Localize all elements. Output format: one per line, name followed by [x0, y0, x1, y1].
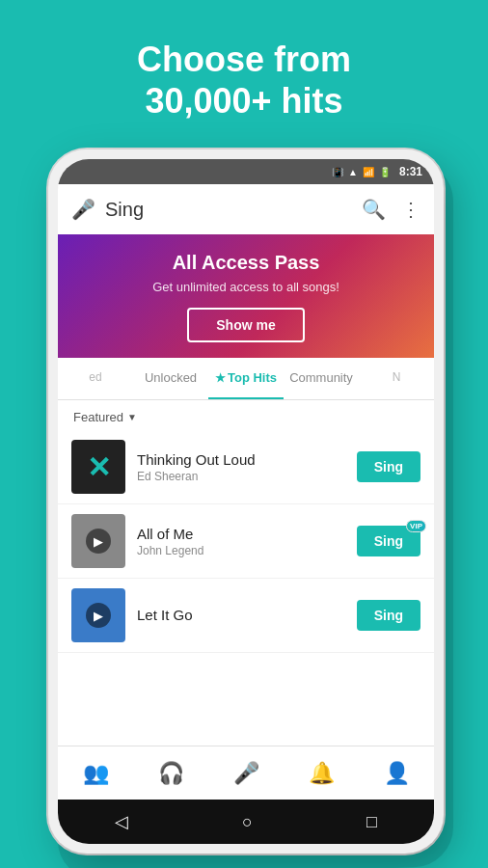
sing-button-thinking-out-loud[interactable]: Sing: [357, 451, 420, 482]
status-time: 8:31: [399, 165, 422, 178]
song-thumb-thinking-out-loud: ✕: [71, 440, 125, 494]
android-home-button[interactable]: ○: [242, 812, 253, 832]
nav-friends[interactable]: 👥: [83, 761, 109, 786]
promo-title: Choose from 30,000+ hits: [0, 39, 488, 122]
vip-badge: VIP: [406, 520, 426, 532]
status-bar: 📳 ▲ 📶 🔋 8:31: [58, 159, 434, 184]
nav-microphone[interactable]: 🎤: [233, 761, 259, 786]
phone-screen: 📳 ▲ 📶 🔋 8:31 🎤 Sing 🔍 ⋮ All Access Pass …: [58, 159, 434, 844]
wifi-icon: ▲: [348, 167, 358, 177]
promo-header: Choose from 30,000+ hits: [0, 39, 488, 122]
tab-unlocked[interactable]: Unlocked: [133, 358, 208, 399]
show-me-button[interactable]: Show me: [187, 308, 304, 342]
song-name-let-it-go: Let It Go: [137, 607, 357, 623]
song-info-let-it-go: Let It Go: [137, 607, 357, 625]
song-item-all-of-me: ▶ All of Me John Legend Sing VIP: [58, 504, 434, 579]
phone-frame: 📳 ▲ 📶 🔋 8:31 🎤 Sing 🔍 ⋮ All Access Pass …: [48, 149, 444, 854]
search-icon[interactable]: 🔍: [362, 198, 386, 221]
song-info-all-of-me: All of Me John Legend: [137, 526, 357, 557]
bell-icon: 🔔: [309, 761, 335, 786]
song-item-let-it-go: ▶ Let It Go Sing: [58, 579, 434, 653]
battery-icon: 🔋: [379, 167, 391, 177]
microphone-nav-icon: 🎤: [233, 761, 259, 786]
star-icon: ★: [215, 371, 226, 385]
more-icon[interactable]: ⋮: [401, 198, 420, 221]
nav-bell[interactable]: 🔔: [309, 761, 335, 786]
mic-icon: 🎤: [71, 198, 95, 221]
sing-button-all-of-me[interactable]: Sing VIP: [357, 526, 420, 556]
song-artist-thinking-out-loud: Ed Sheeran: [137, 470, 357, 483]
friends-icon: 👥: [83, 761, 109, 786]
tabs-bar: ed Unlocked ★Top Hits Community N: [58, 358, 434, 400]
android-recent-button[interactable]: □: [366, 812, 377, 832]
tol-logo: ✕: [87, 450, 111, 484]
song-thumb-let-it-go: ▶: [71, 588, 125, 642]
banner-title: All Access Pass: [77, 252, 415, 274]
profile-icon: 👤: [384, 761, 410, 786]
song-thumb-all-of-me: ▶: [71, 514, 125, 568]
bottom-nav: 👥 🎧 🎤 🔔 👤: [58, 746, 434, 800]
tab-n[interactable]: N: [359, 358, 434, 399]
nav-profile[interactable]: 👤: [384, 761, 410, 786]
app-bar: 🎤 Sing 🔍 ⋮: [58, 184, 434, 234]
android-back-button[interactable]: ◁: [115, 811, 128, 832]
app-bar-icons: 🔍 ⋮: [362, 198, 420, 221]
signal-icon: 📶: [363, 167, 374, 177]
featured-label: Featured: [73, 410, 123, 424]
song-name-all-of-me: All of Me: [137, 526, 357, 542]
promo-banner: All Access Pass Get unlimited access to …: [58, 234, 434, 358]
app-title: Sing: [105, 199, 362, 221]
song-name-thinking-out-loud: Thinking Out Loud: [137, 451, 357, 468]
song-info-thinking-out-loud: Thinking Out Loud Ed Sheeran: [137, 451, 357, 483]
sing-label-all-of-me: Sing: [374, 533, 403, 549]
nav-headphones[interactable]: 🎧: [158, 761, 184, 786]
vibrate-icon: 📳: [332, 167, 343, 177]
dropdown-icon[interactable]: ▼: [127, 412, 137, 422]
tab-top-hits[interactable]: ★Top Hits: [208, 358, 284, 399]
song-artist-all-of-me: John Legend: [137, 544, 357, 557]
play-icon-all-of-me: ▶: [86, 529, 111, 554]
featured-header: Featured ▼: [58, 400, 434, 430]
headphones-icon: 🎧: [158, 761, 184, 786]
tab-ed[interactable]: ed: [58, 358, 133, 399]
song-item-thinking-out-loud: ✕ Thinking Out Loud Ed Sheeran Sing: [58, 430, 434, 504]
banner-subtitle: Get unlimited access to all songs!: [77, 280, 415, 294]
sing-button-let-it-go[interactable]: Sing: [357, 600, 420, 631]
android-nav-bar: ◁ ○ □: [58, 800, 434, 844]
tab-community[interactable]: Community: [284, 358, 359, 399]
play-icon-let-it-go: ▶: [86, 603, 111, 628]
